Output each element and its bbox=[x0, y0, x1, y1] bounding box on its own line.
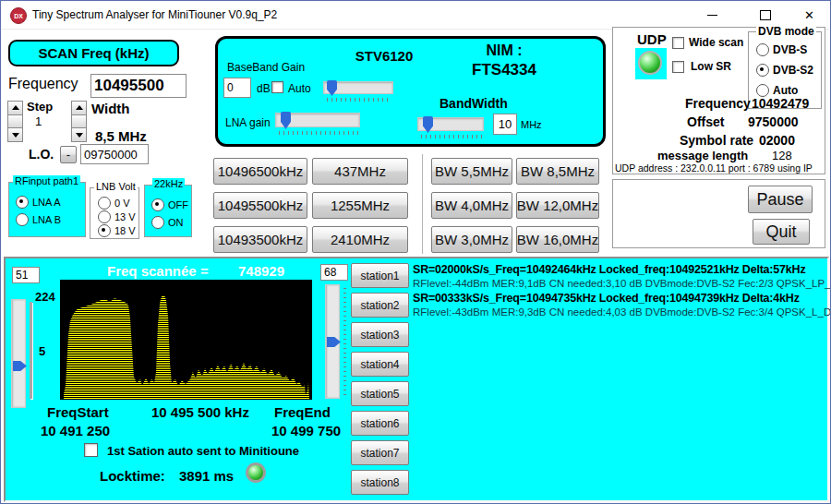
bw-preset-1-button[interactable]: BW 5,5MHz bbox=[431, 158, 512, 185]
lnb-0v-label: 0 V bbox=[114, 198, 130, 209]
udp-panel: UDP Wide scan Low SR DVB mode DVB-S DVB-… bbox=[612, 27, 825, 174]
freq-center-value: 10 495 500 kHz bbox=[151, 404, 249, 420]
freq-start-label: FreqStart bbox=[47, 404, 109, 420]
left-level-slider-thumb[interactable] bbox=[13, 361, 27, 371]
udp-led-holder bbox=[635, 48, 667, 79]
lnb-volt-group-title: LNB Volt bbox=[94, 181, 138, 192]
dvb-s2-radio[interactable] bbox=[756, 64, 769, 77]
quit-button[interactable]: Quit bbox=[753, 219, 810, 245]
lna-gain-slider-thumb[interactable] bbox=[281, 112, 291, 129]
pause-button[interactable]: Pause bbox=[748, 186, 813, 213]
width-up-icon[interactable] bbox=[71, 101, 87, 115]
lnb-0v-radio[interactable] bbox=[98, 197, 111, 210]
title-bar: DX Tiny Spectrum Analyser for MiniTioune… bbox=[1, 1, 830, 30]
right-level-slider-thumb[interactable] bbox=[327, 337, 341, 347]
freq-end-value: 10 499 750 bbox=[271, 423, 341, 438]
udp-message-length-label: message length bbox=[657, 149, 748, 162]
dvb-auto-option[interactable]: Auto bbox=[756, 84, 798, 97]
right-level-slider[interactable] bbox=[325, 284, 340, 399]
spectrum-trace bbox=[60, 280, 312, 400]
rf-lna-b-radio[interactable] bbox=[16, 213, 29, 226]
band-preset-1-button[interactable]: 437MHz bbox=[312, 158, 408, 185]
lo-minus-button[interactable]: - bbox=[60, 146, 77, 163]
khz22-off-radio[interactable] bbox=[151, 198, 164, 211]
lnb-13v-radio[interactable] bbox=[98, 210, 111, 223]
dvb-auto-label: Auto bbox=[773, 84, 798, 97]
station-status-block: SR=02000kS/s_Freq=10492464kHz Locked_fre… bbox=[413, 262, 828, 319]
step-up-icon[interactable] bbox=[7, 101, 23, 115]
rf-input-group: RFinput path1 LNA A LNA B bbox=[8, 182, 86, 237]
rf-lna-b-option[interactable]: LNA B bbox=[16, 213, 61, 226]
bandwidth-unit: MHz bbox=[521, 119, 542, 130]
baseband-gain-unit: dB bbox=[257, 82, 271, 95]
scale-bottom-value: 5 bbox=[39, 344, 45, 358]
low-sr-checkbox[interactable] bbox=[672, 61, 684, 73]
left-level-slider[interactable] bbox=[11, 299, 26, 408]
freq-preset-1-button[interactable]: 10496500kHz bbox=[213, 158, 307, 185]
khz22-on-radio[interactable] bbox=[151, 216, 164, 229]
bw-preset-6-button[interactable]: BW 16,0MHz bbox=[516, 226, 599, 253]
dvb-s-radio[interactable] bbox=[756, 43, 769, 56]
left-slider-groove bbox=[30, 302, 32, 399]
left-level-input[interactable] bbox=[12, 267, 40, 283]
lo-input[interactable] bbox=[80, 144, 149, 164]
band-preset-2-button[interactable]: 1255MHz bbox=[312, 192, 408, 219]
first-station-auto-checkbox[interactable] bbox=[84, 443, 98, 457]
lnb-0v-option[interactable]: 0 V bbox=[98, 197, 130, 210]
locktime-led-icon bbox=[246, 462, 266, 483]
lnb-18v-radio[interactable] bbox=[98, 224, 111, 237]
baseband-auto-checkbox[interactable] bbox=[271, 81, 283, 93]
step-spinner-track bbox=[7, 114, 23, 129]
dvb-s2-option[interactable]: DVB-S2 bbox=[756, 64, 813, 77]
bandwidth-slider-thumb[interactable] bbox=[423, 116, 433, 133]
udp-frequency-label: Frequency bbox=[685, 96, 751, 111]
width-down-icon[interactable] bbox=[71, 127, 87, 142]
freq-preset-3-button[interactable]: 10493500kHz bbox=[213, 226, 307, 253]
baseband-gain-input[interactable] bbox=[223, 78, 251, 98]
bw-preset-4-button[interactable]: BW 8,5MHz bbox=[516, 158, 599, 185]
freq-start-value: 10 491 250 bbox=[41, 423, 110, 438]
bandwidth-input[interactable] bbox=[493, 114, 517, 135]
station-4-button[interactable]: station4 bbox=[351, 352, 409, 377]
bandwidth-slider[interactable] bbox=[417, 117, 484, 131]
low-sr-label: Low SR bbox=[691, 60, 731, 73]
dvb-s-option[interactable]: DVB-S bbox=[756, 43, 807, 56]
band-preset-3-button[interactable]: 2410MHz bbox=[312, 226, 408, 253]
udp-offset-value: 9750000 bbox=[748, 114, 799, 129]
frequency-input[interactable] bbox=[90, 74, 187, 98]
rf-lna-a-radio[interactable] bbox=[16, 196, 29, 209]
wide-scan-checkbox[interactable] bbox=[672, 37, 684, 49]
freq-preset-2-button[interactable]: 10495500kHz bbox=[213, 192, 307, 219]
station1-sr-status: SR=02000kS/s_Freq=10492464kHz Locked_fre… bbox=[413, 262, 828, 277]
lna-gain-slider[interactable] bbox=[275, 113, 360, 127]
rf-lna-a-option[interactable]: LNA A bbox=[16, 196, 61, 209]
step-down-icon[interactable] bbox=[7, 127, 23, 142]
lnb-18v-option[interactable]: 18 V bbox=[98, 224, 136, 237]
baseband-gain-slider[interactable] bbox=[323, 81, 393, 94]
baseband-gain-slider-thumb[interactable] bbox=[327, 80, 337, 96]
station-3-button[interactable]: station3 bbox=[351, 322, 409, 347]
khz22-off-option[interactable]: OFF bbox=[151, 198, 188, 211]
bw-preset-3-button[interactable]: BW 3,0MHz bbox=[431, 226, 512, 253]
station-6-button[interactable]: station6 bbox=[351, 411, 409, 436]
scan-freq-button[interactable]: SCAN Freq (kHz) bbox=[8, 40, 179, 66]
width-spinner-track bbox=[71, 114, 87, 129]
station-2-button[interactable]: station2 bbox=[351, 293, 409, 318]
spectrum-panel: Freq scannée = 748929 224 5 FreqStart 10… bbox=[4, 257, 829, 502]
right-level-input[interactable] bbox=[320, 264, 348, 281]
bw-preset-5-button[interactable]: BW 12,0MHz bbox=[516, 192, 599, 219]
lnb-13v-option[interactable]: 13 V bbox=[98, 210, 136, 223]
udp-address-line: UDP address : 232.0.0.11 port : 6789 usi… bbox=[615, 162, 824, 174]
step-label: Step bbox=[27, 100, 53, 114]
station-5-button[interactable]: station5 bbox=[351, 381, 409, 406]
bw-preset-2-button[interactable]: BW 4,0MHz bbox=[431, 192, 512, 219]
bandwidth-label: BandWidth bbox=[440, 96, 508, 111]
station2-rf-status: RFlevel:-43dBm MER:9,3dB CN needed:4,03 … bbox=[413, 306, 828, 319]
minimize-button[interactable] bbox=[692, 1, 733, 29]
khz22-on-option[interactable]: ON bbox=[151, 216, 184, 229]
dvb-auto-radio[interactable] bbox=[756, 84, 769, 97]
station-1-button[interactable]: station1 bbox=[351, 263, 409, 288]
station-7-button[interactable]: station7 bbox=[351, 440, 409, 465]
lnb-18v-label: 18 V bbox=[114, 225, 136, 236]
station-8-button[interactable]: station8 bbox=[351, 470, 409, 495]
